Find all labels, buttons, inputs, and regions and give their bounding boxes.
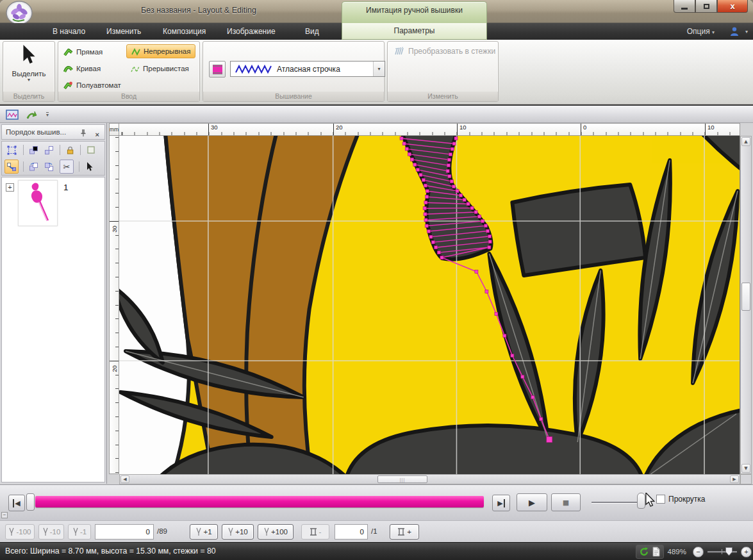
scrollbar-corner	[740, 474, 752, 484]
zoom-out-button[interactable]: −	[693, 547, 704, 557]
stitch-type-value: Атласная строчка	[277, 65, 340, 74]
reorder-button-active[interactable]	[4, 160, 19, 174]
scroll-down-icon[interactable]: ▼	[741, 464, 750, 473]
move-forward-button[interactable]	[26, 160, 40, 174]
move-backward-button[interactable]	[42, 160, 56, 174]
straight-line-button[interactable]: Прямая	[63, 45, 103, 59]
zoom-percentage: 489%	[668, 548, 686, 556]
frame-button[interactable]	[84, 143, 98, 157]
go-to-end-button[interactable]: ▶	[492, 495, 510, 511]
ungroup-button[interactable]	[42, 143, 56, 157]
cut-button-pressed[interactable]: ✂	[60, 160, 74, 174]
select-frame-icon	[7, 145, 17, 155]
order-item-thumbnail[interactable]	[18, 180, 58, 226]
chevron-down-icon[interactable]: ▾	[745, 29, 748, 35]
select-tool-button[interactable]: Выделить ▼	[5, 44, 53, 91]
tab-image[interactable]: Изображение	[218, 23, 285, 40]
zoom-slider-thumb[interactable]	[725, 547, 732, 556]
redo-button[interactable]	[24, 108, 38, 121]
select-tool-label: Выделить	[5, 70, 53, 78]
speed-slider-track[interactable]	[592, 502, 643, 503]
option-menu[interactable]: Опция ▾	[687, 23, 715, 40]
stitch-type-combobox[interactable]: Атласная строчка ▾	[230, 61, 385, 77]
collapse-bar-button[interactable]: −	[1, 512, 8, 518]
group-button[interactable]	[26, 143, 40, 157]
minimize-button[interactable]	[674, 0, 695, 13]
stitch-progress-bar[interactable]	[35, 496, 484, 507]
stop-button[interactable]: ■	[551, 493, 581, 511]
cursor-arrow-icon	[86, 162, 94, 172]
tab-view[interactable]: Вид	[296, 23, 328, 40]
tab-edit[interactable]: Изменить	[97, 23, 150, 40]
app-window: Без названия - Layout & Editing Имитация…	[0, 0, 753, 560]
needle-icon	[228, 527, 234, 536]
vertical-scroll-thumb[interactable]	[741, 283, 750, 311]
scroll-left-icon[interactable]: ◀	[120, 475, 129, 483]
chevron-down-icon: ▼	[5, 78, 53, 82]
semi-auto-button[interactable]: Полуавтомат	[63, 78, 121, 92]
scroll-right-icon[interactable]: ▶	[730, 475, 739, 483]
sewing-order-panel: Порядок вышив... ×	[0, 123, 107, 484]
fit-page-icon[interactable]	[652, 547, 661, 557]
order-item-number: 1	[63, 183, 69, 192]
back-10-button[interactable]: -10	[38, 524, 64, 539]
panel-title: Порядок вышив...	[6, 128, 66, 136]
quad-shape	[512, 185, 645, 276]
expand-item-button[interactable]: +	[6, 183, 14, 192]
intermittent-button[interactable]: Прерывистая	[126, 62, 194, 76]
vertical-scrollbar[interactable]: ▲ ▼	[740, 136, 752, 474]
current-color-input[interactable]	[335, 524, 368, 539]
progress-slider-handle[interactable]	[26, 493, 35, 511]
go-to-start-button[interactable]: ◀	[8, 495, 25, 511]
intermittent-label: Прерывистая	[143, 65, 189, 72]
thread-color-button[interactable]	[209, 61, 226, 78]
forward-10-button[interactable]: +10	[222, 524, 254, 539]
current-stitch-input[interactable]	[95, 524, 154, 539]
zoom-slider-track[interactable]	[707, 551, 737, 552]
maximize-button[interactable]	[695, 0, 717, 13]
pointer-button[interactable]	[83, 160, 97, 174]
forward-100-button[interactable]: +100	[258, 524, 294, 539]
convert-to-stitches-button-disabled[interactable]: Преобразовать в стежки	[394, 47, 495, 56]
design-canvas[interactable]	[119, 136, 740, 474]
lock-button[interactable]	[63, 143, 77, 157]
zoom-in-button[interactable]: +	[741, 547, 752, 557]
close-panel-icon[interactable]: ×	[95, 128, 99, 142]
stitches-icon	[394, 47, 404, 56]
refresh-icon[interactable]	[639, 547, 649, 557]
user-account-icon[interactable]	[730, 26, 739, 37]
send-backward-icon	[44, 162, 54, 172]
curve-line-button[interactable]: Кривая	[63, 62, 101, 76]
select-all-button[interactable]	[4, 143, 19, 157]
ruler-label: 0	[581, 124, 586, 135]
quick-toolbar: ▾	[0, 104, 753, 123]
panel-header: Порядок вышив... ×	[1, 124, 105, 140]
tab-composition[interactable]: Композиция	[154, 23, 215, 40]
scroll-checkbox[interactable]	[656, 495, 665, 504]
ribbon-group-sewing: Атласная строчка ▾ Вышивание	[203, 41, 385, 102]
zoom-center-notch	[722, 549, 722, 554]
straight-label: Прямая	[76, 48, 103, 56]
ruler-label: 10	[705, 124, 715, 135]
tab-parameters-active[interactable]: Параметры	[342, 23, 487, 40]
continuous-button-selected[interactable]: Непрерывная	[126, 44, 195, 58]
design-page-button[interactable]	[5, 108, 19, 121]
next-color-button[interactable]: +	[390, 524, 419, 539]
close-button[interactable]: x	[717, 0, 748, 13]
horizontal-scrollbar[interactable]: ◀ ||| ▶	[119, 474, 740, 484]
color-total-label: /1	[371, 527, 377, 535]
tab-home[interactable]: В начало	[44, 23, 94, 40]
back-100-button[interactable]: -100	[5, 524, 35, 539]
horizontal-scroll-thumb[interactable]: |||	[377, 475, 427, 483]
app-logo-icon[interactable]	[5, 1, 33, 25]
ruler-label: 20	[333, 124, 343, 135]
reorder-icon	[6, 162, 17, 172]
scroll-up-icon[interactable]: ▲	[741, 137, 750, 146]
forward-1-button[interactable]: +1	[190, 524, 218, 539]
pin-icon[interactable]	[80, 129, 87, 136]
play-button[interactable]: ▶	[517, 493, 547, 511]
toolbar-options-button[interactable]: ▾	[42, 108, 53, 121]
combobox-dropdown-arrow[interactable]: ▾	[373, 62, 385, 76]
back-1-button[interactable]: -1	[68, 524, 91, 539]
previous-color-button[interactable]: -	[301, 524, 329, 539]
